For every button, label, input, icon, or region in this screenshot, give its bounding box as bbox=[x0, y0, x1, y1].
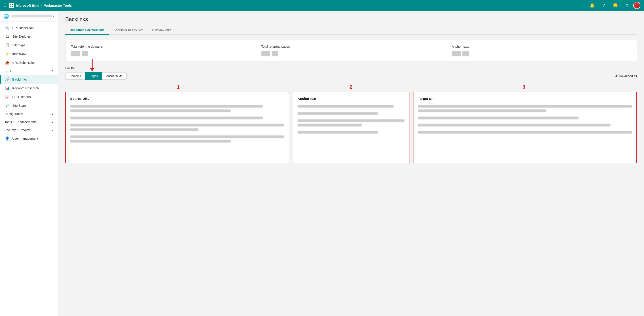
url-inspection-icon: 🔍 bbox=[5, 26, 10, 30]
product-name: Webmaster Tools bbox=[44, 4, 72, 8]
column-number-1: 1 bbox=[177, 84, 180, 90]
source-url-header: Source URL bbox=[70, 97, 284, 101]
notification-icon[interactable]: 🔔 bbox=[588, 2, 596, 9]
stat-val-block-3 bbox=[262, 51, 270, 56]
anchor-text-header: Anchor text bbox=[298, 97, 404, 101]
blur-row bbox=[418, 131, 632, 134]
anchor-entry-2 bbox=[298, 112, 404, 115]
url-entry-3 bbox=[70, 124, 284, 131]
waffle-icon[interactable]: ⠿ bbox=[4, 3, 6, 8]
stat-val-block-1 bbox=[71, 51, 80, 56]
stat-card-anchor-texts: Anchor texts bbox=[446, 40, 636, 61]
blur-row bbox=[298, 112, 378, 115]
nav-divider: | bbox=[41, 3, 42, 8]
sidebar-item-keyword-research[interactable]: 📊 Keyword Research bbox=[0, 84, 58, 92]
anchor-entry-1 bbox=[298, 105, 404, 108]
sidebar-item-backlinks[interactable]: 🔗 Backlinks bbox=[0, 75, 58, 84]
sidebar-item-seo-reports[interactable]: 📈 SEO Reports bbox=[0, 92, 58, 101]
sidebar: 🌐 ∨ 🔍 URL Inspection 🗂 Site Explorer 📋 S… bbox=[0, 11, 58, 316]
feedback-icon[interactable]: 😊 bbox=[612, 2, 619, 9]
download-icon: ⬇ bbox=[615, 74, 618, 78]
bing-logo-icon bbox=[9, 3, 14, 8]
sidebar-item-label: URL Submission bbox=[12, 61, 36, 65]
blur-row bbox=[70, 124, 284, 126]
list-btn-anchor-texts[interactable]: Anchor texts bbox=[102, 72, 126, 80]
configuration-chevron-icon: ∨ bbox=[52, 112, 54, 116]
settings-icon[interactable]: ⚙ bbox=[624, 2, 630, 9]
configuration-section-header[interactable]: Configuration ∨ bbox=[0, 110, 58, 118]
user-management-icon: 👤 bbox=[5, 136, 10, 141]
seo-section-label: SEO bbox=[4, 69, 11, 73]
sidebar-item-label: Backlinks bbox=[12, 78, 27, 81]
download-all-label: Download all bbox=[619, 74, 637, 78]
user-avatar[interactable] bbox=[633, 2, 640, 9]
sidebar-item-url-inspection[interactable]: 🔍 URL Inspection bbox=[0, 24, 58, 32]
blur-row bbox=[70, 135, 284, 138]
target-entry-2 bbox=[418, 117, 632, 119]
sidebar-item-label: Keyword Research bbox=[12, 86, 39, 90]
security-section-label: Security & Privacy bbox=[4, 128, 30, 132]
sidebar-item-indexnow[interactable]: ⚡ IndexNow bbox=[0, 50, 58, 58]
stat-value-referring-pages bbox=[262, 51, 441, 56]
main-content: Backlinks Backlinks For Your Site Backli… bbox=[58, 11, 644, 316]
list-by-controls: Domains Pages Anchor texts ⬇ Download al… bbox=[65, 72, 637, 80]
tab-backlinks-for-your-site[interactable]: Backlinks For Your Site bbox=[65, 26, 109, 35]
sidebar-item-site-scan[interactable]: 🔎 Site Scan bbox=[0, 101, 58, 110]
url-entry-4 bbox=[70, 135, 284, 143]
seo-section-header[interactable]: SEO ∧ bbox=[0, 67, 58, 75]
list-btn-domains[interactable]: Domains bbox=[65, 72, 85, 80]
stat-val-block-5 bbox=[452, 51, 461, 56]
security-section-header[interactable]: Security & Privacy ∨ bbox=[0, 126, 58, 134]
tools-chevron-icon: ∨ bbox=[52, 120, 54, 124]
app-logo: Microsoft Bing | Webmaster Tools bbox=[9, 3, 72, 8]
sidebar-item-user-management[interactable]: 👤 User management bbox=[0, 134, 58, 143]
top-navigation: ⠿ Microsoft Bing | Webmaster Tools 🔔 ? 😊… bbox=[0, 0, 644, 11]
stat-label-referring-domains: Total referring domains bbox=[71, 45, 250, 48]
sidebar-item-label: IndexNow bbox=[12, 52, 26, 56]
target-url-column: Target Url bbox=[413, 92, 637, 163]
blur-row bbox=[298, 124, 362, 126]
anchor-entry-3 bbox=[298, 119, 404, 126]
list-by-buttons: Domains Pages Anchor texts bbox=[65, 72, 126, 80]
app-name: Microsoft Bing bbox=[16, 4, 39, 8]
site-selector[interactable]: 🌐 ∨ bbox=[0, 11, 58, 22]
site-name bbox=[12, 15, 52, 18]
tab-backlinks-to-any-site[interactable]: Backlinks To Any Site bbox=[109, 26, 148, 35]
page-tabs: Backlinks For Your Site Backlinks To Any… bbox=[65, 26, 637, 35]
blur-row bbox=[418, 124, 610, 126]
blur-row bbox=[70, 109, 231, 112]
url-entry-1 bbox=[70, 105, 284, 112]
list-by-label: List By bbox=[65, 67, 637, 70]
stat-card-referring-domains: Total referring domains bbox=[66, 40, 256, 61]
sidebar-item-label: Site Explorer bbox=[12, 35, 30, 38]
stats-row: Total referring domains Total referring … bbox=[65, 40, 637, 61]
help-icon[interactable]: ? bbox=[600, 2, 607, 9]
column-number-3: 3 bbox=[522, 84, 525, 90]
page-title: Backlinks bbox=[65, 16, 637, 22]
blur-row bbox=[298, 105, 394, 108]
source-url-column: Source URL bbox=[65, 92, 289, 163]
download-all-button[interactable]: ⬇ Download all bbox=[615, 74, 637, 78]
blur-row bbox=[70, 140, 231, 143]
sidebar-item-label: URL Inspection bbox=[12, 26, 34, 30]
stat-value-anchor-texts bbox=[452, 51, 631, 56]
list-btn-pages[interactable]: Pages bbox=[85, 72, 102, 80]
stat-value-referring-domains bbox=[71, 51, 250, 56]
seo-reports-icon: 📈 bbox=[5, 95, 10, 99]
blur-row bbox=[418, 117, 578, 119]
security-chevron-icon: ∨ bbox=[52, 128, 54, 132]
target-entry-1 bbox=[418, 105, 632, 112]
tools-section-header[interactable]: Tools & Enhancements ∨ bbox=[0, 118, 58, 126]
tab-disavow-links[interactable]: Disavow links bbox=[148, 26, 176, 35]
stat-val-block-4 bbox=[272, 51, 278, 56]
anchor-text-column: Anchor text bbox=[293, 92, 410, 163]
sidebar-item-site-explorer[interactable]: 🗂 Site Explorer bbox=[0, 32, 58, 41]
stat-label-anchor-texts: Anchor texts bbox=[452, 45, 631, 48]
sitemaps-icon: 📋 bbox=[5, 43, 10, 47]
target-entry-4 bbox=[418, 131, 632, 134]
blur-row bbox=[70, 128, 198, 131]
sidebar-item-sitemaps[interactable]: 📋 Sitemaps bbox=[0, 41, 58, 50]
sidebar-item-url-submission[interactable]: 📤 URL Submission bbox=[0, 58, 58, 67]
blur-row bbox=[298, 119, 404, 122]
blur-row bbox=[298, 131, 378, 134]
